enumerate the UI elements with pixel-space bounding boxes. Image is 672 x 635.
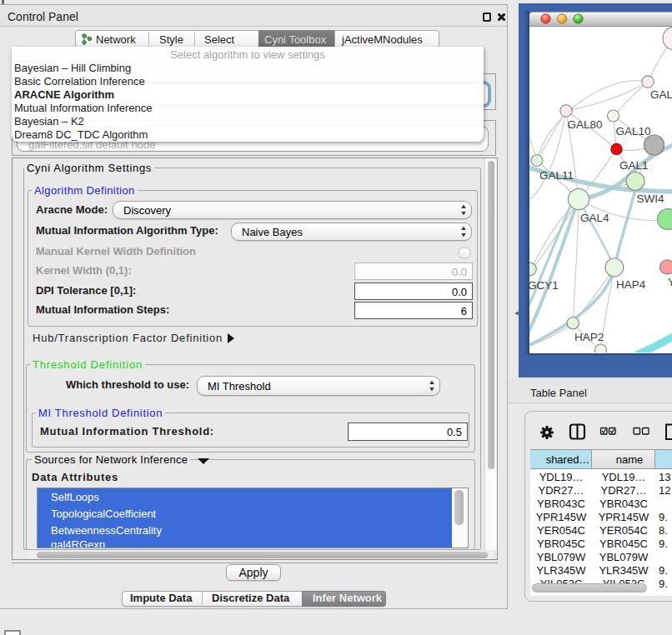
svg-text:GCY1: GCY1 [529,279,559,292]
svg-text:SWI4: SWI4 [637,192,664,205]
svg-text:GAL: GAL [650,88,672,101]
svg-text:GAL4: GAL4 [580,212,609,224]
svg-text:GAL80: GAL80 [568,118,603,131]
svg-text:GAL11: GAL11 [539,169,574,182]
svg-text:GAL1: GAL1 [619,159,649,172]
svg-text:HAP2: HAP2 [574,331,604,343]
svg-text:GAL10: GAL10 [616,125,651,138]
svg-text:HAP4: HAP4 [616,278,646,291]
svg-text:Y: Y [668,276,672,288]
